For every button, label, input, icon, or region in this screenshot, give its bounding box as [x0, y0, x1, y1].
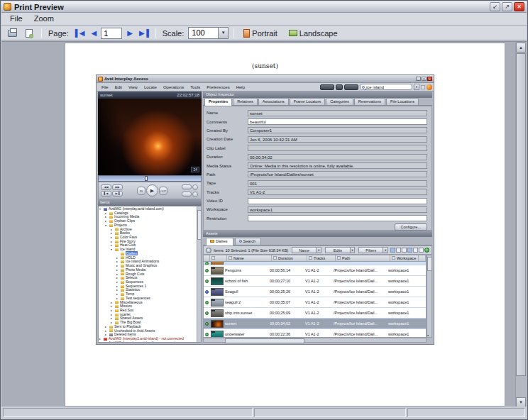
previous-page-button[interactable]: ◀ [89, 29, 99, 37]
dropdown-arrow-icon: ▼ [316, 247, 321, 253]
app-toolbar-button [344, 84, 358, 90]
app-menu-locate: Locate [141, 85, 160, 89]
preset-combo: Edits Preset▼ [325, 247, 355, 253]
preview-scrollbar[interactable]: ▲ ▼ [515, 43, 526, 407]
separator [233, 28, 234, 38]
asset-row: Seagull00;00;25;26V1 A1-2/Projects/Ice I… [204, 287, 426, 297]
dropdown-arrow-icon: ▼ [383, 247, 388, 253]
page-number-input[interactable] [101, 28, 122, 39]
landscape-icon [289, 30, 297, 36]
view-list-button [396, 248, 401, 253]
assets-status-text: Items: 10 Selected: 1 (File Size 618.34 … [214, 248, 288, 253]
tab-properties: Properties [204, 98, 232, 106]
print-preview-app-icon [4, 3, 11, 11]
scale-dropdown-arrow-icon[interactable]: ▼ [218, 27, 229, 39]
app-title-bar: Avid Interplay Access _ □ ✕ [97, 75, 434, 83]
go-to-start-button: ▌◀ [101, 191, 111, 197]
properties-form: Namesunset Commentsbeautiful Created ByC… [203, 106, 432, 231]
tab-reservations: Reservations [354, 98, 385, 105]
mark-out-button: OUT [159, 187, 167, 195]
scrub-bar [98, 175, 202, 182]
scrub-thumb [145, 176, 148, 181]
asset-row: underwater00;00;22;36V1 A1-2/Projects/Ic… [204, 329, 426, 338]
object-inspector-header: Object Inspector [203, 92, 432, 98]
printed-page: (sunset) Avid Interplay Access _ □ ✕ Fil… [65, 43, 505, 407]
tab-search: Search [235, 238, 261, 245]
app-toolbar-button [320, 84, 334, 90]
dropdown-arrow-icon: ▼ [350, 247, 356, 253]
close-button[interactable]: ✕ [514, 2, 524, 11]
field-label: Name [207, 111, 248, 115]
sort-by-combo: Name▼ [292, 247, 321, 253]
tab-relatives: Relatives [233, 98, 258, 105]
tab-file-locations: File Locations [386, 98, 419, 105]
print-button[interactable] [5, 27, 19, 39]
avid-app-icon [98, 77, 103, 82]
asset-row: school of fish00;00;27;10V1 A1-2/Project… [204, 276, 426, 287]
page-label: Page: [48, 29, 69, 38]
first-page-button[interactable]: ▌◀ [73, 29, 87, 37]
assets-table-header: Name Duration Tracks Path Workspace [204, 255, 426, 262]
field-label: Creation Date [207, 137, 248, 141]
assets-table: Name Duration Tracks Path Workspace [203, 255, 427, 338]
view-detail-button [402, 248, 407, 253]
view-text-button [419, 248, 424, 253]
app-menu-preferences: Preferences [204, 85, 232, 89]
field-tape: 001 [248, 180, 427, 187]
menu-zoom[interactable]: Zoom [28, 13, 60, 24]
assets-panel-header: Assets [203, 231, 432, 237]
column-clipped [419, 255, 426, 261]
avid-interplay-access-window: Avid Interplay Access _ □ ✕ File Edit Vi… [96, 74, 434, 345]
field-label: Created By [207, 128, 248, 133]
app-toolbar-mini-button [421, 85, 425, 89]
maximize-button[interactable]: ↗ [502, 2, 512, 11]
column-path: Path [336, 255, 390, 261]
menu-bar: File Zoom [1, 13, 527, 26]
search-icon [362, 86, 365, 89]
refresh-icon [206, 248, 211, 253]
portrait-button[interactable]: Portrait [239, 28, 281, 39]
scroll-up-icon[interactable]: ▲ [516, 43, 526, 52]
clip-thumbnail [211, 299, 224, 306]
tab-categories: Categories [326, 98, 353, 105]
landscape-button[interactable]: Landscape [285, 28, 342, 39]
minimize-button[interactable]: ↙ [490, 2, 500, 11]
scroll-down-icon[interactable]: ▼ [516, 397, 526, 407]
column-tracks: Tracks [307, 255, 336, 261]
scale-combo[interactable]: 100 ▼ [188, 27, 229, 39]
app-left-column: sunset 22;02;57;18 24 ◀◀ ▶▶ ▌◀ ▶▐ [98, 92, 202, 343]
clip-thumbnail [211, 277, 224, 285]
last-page-button[interactable]: ▶▐ [137, 29, 150, 37]
field-label: Clip Label [207, 146, 248, 150]
clip-thumbnail [211, 320, 224, 328]
online-status-icon [205, 311, 209, 315]
window-title: Print Preview [14, 3, 64, 11]
page-setup-button[interactable] [22, 27, 36, 39]
scale-value[interactable]: 100 [188, 27, 218, 39]
menu-file[interactable]: File [4, 13, 28, 24]
page-caption: (sunset) [96, 62, 434, 70]
scrollbar-thumb[interactable] [516, 53, 526, 376]
online-indicator-icon [424, 248, 429, 253]
next-page-button[interactable]: ▶ [125, 29, 134, 37]
column-status [204, 255, 210, 261]
app-menu-edit: Edit [112, 85, 125, 89]
online-status-icon [205, 262, 209, 265]
volume-icon [192, 184, 198, 190]
clip-thumbnail [211, 288, 224, 296]
clip-thumbnail [211, 309, 224, 317]
tab-dailies: Dailies [206, 238, 233, 245]
field-path: /Projects/Ice Island/Dailies/sunset [248, 171, 427, 177]
go-to-end-button: ▶▐ [112, 191, 123, 197]
field-label: Workspace [207, 207, 248, 211]
field-label: Media Status [207, 164, 248, 168]
field-workspace: workspace1 [248, 206, 427, 213]
field-creation-date: Jun 6, 2006 10:42:31 AM [248, 136, 427, 143]
step-back-button: ◀◀ [101, 184, 111, 190]
folder-icon [210, 240, 214, 243]
field-label: Duration [207, 155, 248, 159]
reserved-status-icon [205, 290, 209, 294]
search-icon [239, 240, 242, 243]
online-status-icon [205, 301, 209, 304]
preview-area: (sunset) Avid Interplay Access _ □ ✕ Fil… [1, 41, 527, 407]
